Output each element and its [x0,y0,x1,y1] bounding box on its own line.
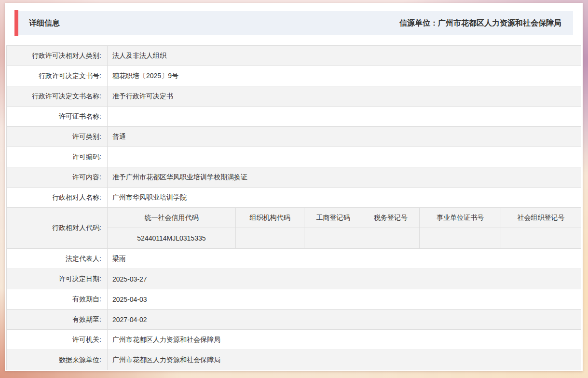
table-row-valid-to: 有效期至: 2027-04-02 [7,310,581,330]
row-label: 行政许可决定文书名称: [7,86,108,106]
codes-row: 行政相对人代码: 统一社会信用代码 组织机构代码 工商登记码 税务登记号 事业单… [7,208,581,249]
row-value: 梁雨 [108,249,581,269]
codes-column-header-org-code: 组织机构代码 [236,208,304,228]
source-unit-label: 信源单位：广州市花都区人力资源和社会保障局 [399,18,561,28]
row-label: 许可决定日期: [7,269,108,289]
table-row-certificate-name: 许可证书名称: [7,107,581,127]
codes-cell-credit-code: 52440114MJL0315335 [108,228,236,248]
detail-table: 行政许可决相对人类别: 法人及非法人组织 行政许可决定文书号: 穗花职培〔202… [6,45,581,370]
table-row-legal-representative: 法定代表人: 梁雨 [7,249,581,269]
row-value: 穗花职培〔2025〕9号 [108,66,581,86]
table-row-valid-from: 有效期自: 2025-04-03 [7,289,581,310]
row-value: 广州市花都区人力资源和社会保障局 [108,350,581,370]
row-label: 许可证书名称: [7,107,108,126]
row-label: 许可类别: [7,127,108,147]
table-row-data-source-unit: 数据来源单位: 广州市花都区人力资源和社会保障局 [7,350,581,370]
row-label: 有效期自: [7,289,108,309]
codes-header-row: 统一社会信用代码 组织机构代码 工商登记码 税务登记号 事业单位证书号 社会组织… [108,208,581,228]
row-label: 数据来源单位: [7,350,108,370]
row-label: 许可内容: [7,167,108,187]
table-row-document-number: 行政许可决定文书号: 穗花职培〔2025〕9号 [7,66,581,86]
codes-cell-social-org-reg [501,228,581,248]
row-value: 法人及非法人组织 [108,46,581,66]
row-label: 许可编码: [7,147,108,167]
card-header: 详细信息 信源单位：广州市花都区人力资源和社会保障局 [14,11,573,35]
row-value: 广州市花都区人力资源和社会保障局 [108,330,581,350]
row-label: 行政相对人代码: [7,208,108,248]
table-row-licensing-authority: 许可机关: 广州市花都区人力资源和社会保障局 [7,330,581,350]
table-row-document-name: 行政许可决定文书名称: 准予行政许可决定书 [7,86,581,107]
row-label: 法定代表人: [7,249,108,269]
row-label: 行政相对人名称: [7,188,108,207]
table-row-license-category: 许可类别: 普通 [7,127,581,147]
codes-column-header-institution-cert: 事业单位证书号 [420,208,501,228]
codes-value-row: 52440114MJL0315335 [108,228,581,248]
page-title: 详细信息 [29,18,60,28]
row-label: 行政许可决定文书号: [7,66,108,86]
header-accent-bar [14,10,18,36]
codes-cell-org-code [236,228,304,248]
row-label: 行政许可决相对人类别: [7,46,108,66]
codes-table: 统一社会信用代码 组织机构代码 工商登记码 税务登记号 事业单位证书号 社会组织… [108,208,581,248]
row-value [108,107,581,126]
codes-column-header-tax-reg: 税务登记号 [362,208,420,228]
codes-cell-institution-cert [420,228,501,248]
table-row-decision-date: 许可决定日期: 2025-03-27 [7,269,581,289]
row-value: 普通 [108,127,581,147]
codes-cell-tax-reg [362,228,420,248]
row-value: 准予广州市花都区华风职业培训学校期满换证 [108,167,581,187]
row-value [108,147,581,167]
row-value: 准予行政许可决定书 [108,86,581,106]
table-row-subject-type: 行政许可决相对人类别: 法人及非法人组织 [7,46,581,66]
row-value: 2027-04-02 [108,310,581,329]
table-row-counterpart-name: 行政相对人名称: 广州市华风职业培训学院 [7,188,581,208]
codes-column-header-business-reg: 工商登记码 [304,208,362,228]
codes-cell-business-reg [304,228,362,248]
row-label: 许可机关: [7,330,108,350]
table-row-license-content: 许可内容: 准予广州市花都区华风职业培训学校期满换证 [7,167,581,188]
detail-card: 详细信息 信源单位：广州市花都区人力资源和社会保障局 行政许可决相对人类别: 法… [5,3,583,371]
row-label: 有效期至: [7,310,108,329]
row-value: 广州市华风职业培训学院 [108,188,581,207]
row-value: 2025-03-27 [108,269,581,289]
codes-column-header-social-org-reg: 社会组织登记号 [501,208,581,228]
table-row-license-code: 许可编码: [7,147,581,167]
row-value: 2025-04-03 [108,289,581,309]
codes-column-header-credit-code: 统一社会信用代码 [108,208,236,228]
